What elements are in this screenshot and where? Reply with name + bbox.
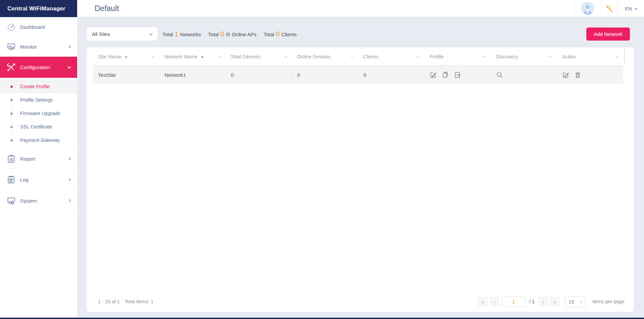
sidebar-item-report[interactable]: Report [0,149,77,169]
stat-prefix: Total [162,32,173,37]
prev-page-button[interactable]: ‹ [490,297,499,306]
networks-table: Site Name Network Name Total Devices [93,47,623,84]
pagination-summary: 1 - 15 of 1 Total Items: 1 [98,299,154,304]
column-label: Total Devices [230,54,260,59]
table-footer: 1 - 15 of 1 Total Items: 1 « ‹ / 1 › » 1… [98,296,625,308]
column-header-clients[interactable]: Clients [358,48,425,65]
user-avatar-button[interactable] [575,0,600,17]
sidebar-item-system[interactable]: System [0,191,77,211]
column-label: Online Devices [297,54,331,59]
sidebar-item-dashboard[interactable]: Dashboard [0,17,77,37]
stat-suffix: Clients [281,32,297,37]
column-menu-icon[interactable] [351,55,353,57]
report-clipboard-icon [7,154,16,163]
cell-site-name: TestSite [93,66,159,84]
column-menu-icon[interactable] [549,55,552,57]
chevron-right-icon [68,158,70,160]
chevron-right-icon [68,178,70,181]
pagination-controls: « ‹ / 1 › » 15 items per page [478,296,625,307]
sidebar-item-log[interactable]: Log [0,169,77,191]
column-label: Clients [363,54,379,59]
language-selector[interactable]: EN [618,0,644,17]
chevron-right-icon [68,46,70,48]
column-header-network-name[interactable]: Network Name [159,48,226,65]
submenu-item-ssl-certificate[interactable]: SSL Certificate [0,120,77,134]
monitor-screen-icon [7,42,16,51]
topbar: Default [77,0,644,17]
submenu-item-create-profile[interactable]: Create Profile [0,80,77,93]
bottom-edge-strip [0,318,644,319]
page-size-select[interactable]: 15 [565,296,586,307]
magic-wand-icon [605,4,613,13]
search-icon[interactable] [496,71,503,78]
sidebar-item-label: Configuration [20,64,50,70]
sidebar-item-label: Report [20,156,35,162]
stat-value: 0 [220,30,224,38]
main-content: All Sites Total 1 Networks Total 0 /0 On… [77,17,644,318]
page-number-input[interactable] [502,297,525,307]
bullet-icon [10,99,13,101]
networks-table-card: Site Name Network Name Total Devices [87,47,634,312]
column-menu-icon[interactable] [284,55,287,57]
column-label: Profile [429,54,444,59]
submenu-item-payment-gateway[interactable]: Payment Gateway [0,134,77,147]
column-label: Discovery [496,54,518,59]
submenu-item-firmware-upgrade[interactable]: Firmware Upgrade [0,107,77,120]
column-header-discovery[interactable]: Discovery [491,48,557,65]
column-menu-icon[interactable] [483,55,486,57]
add-network-button[interactable]: Add Network [586,28,630,41]
stat-networks: Total 1 Networks [162,30,201,38]
submenu-item-label: Firmware Upgrade [20,111,60,116]
submenu-item-label: Create Profile [20,84,50,89]
system-gear-icon [7,196,16,205]
log-clipboard-icon [7,175,16,184]
submenu-item-label: SSL Certificate [20,124,52,129]
per-page-label: items per page [592,299,625,304]
sidebar-item-label: Log [20,177,29,182]
app-window: Central WiFiManager Dashboard [0,0,644,318]
last-page-button[interactable]: » [550,297,559,306]
site-filter-select[interactable]: All Sites [87,27,158,41]
stat-clients: Total 0 Clients [264,30,297,38]
chevron-right-icon [68,200,70,202]
column-menu-icon[interactable] [218,55,220,57]
stat-suffix: Online APs [232,32,257,37]
sidebar-item-label: Monitor [20,44,37,50]
chevron-down-icon [580,300,582,302]
summary-stats: Total 1 Networks Total 0 /0 Online APs T… [162,30,304,38]
table-header-row: Site Name Network Name Total Devices [93,48,623,66]
edit-icon[interactable] [562,71,569,78]
chevron-down-icon [68,67,70,68]
submenu-item-profile-settings[interactable]: Profile Settings [0,93,77,107]
avatar-icon [581,2,594,15]
first-page-button[interactable]: « [478,297,487,306]
sidebar-item-monitor[interactable]: Monitor [0,37,77,57]
cell-discovery-actions [491,66,557,84]
page-total-label: / 1 [529,299,535,304]
bullet-icon [10,112,13,115]
dashboard-gauge-icon [7,22,16,32]
column-header-site-name[interactable]: Site Name [93,48,159,65]
edit-icon[interactable] [430,71,437,78]
column-header-total-devices[interactable]: Total Devices [225,48,292,65]
sidebar-item-configuration[interactable]: Configuration [0,57,77,78]
column-header-online-devices[interactable]: Online Devices [292,48,358,65]
next-page-button[interactable]: › [539,297,548,306]
column-menu-icon[interactable] [616,55,618,57]
stat-prefix: Total [264,32,274,37]
stat-extra: /0 [226,32,230,37]
column-menu-icon[interactable] [152,55,154,57]
setup-wizard-button[interactable] [600,0,618,17]
sidebar-item-label: Dashboard [20,24,45,30]
submenu-item-label: Payment Gateway [20,138,60,143]
export-icon[interactable] [454,71,461,78]
copy-icon[interactable] [442,71,449,78]
column-header-action[interactable]: Action [557,48,623,65]
sidebar: Central WiFiManager Dashboard [0,0,77,318]
column-header-profile[interactable]: Profile [424,48,491,65]
language-value: EN [625,6,632,11]
table-scrollbar[interactable] [624,49,625,65]
delete-icon[interactable] [574,71,581,78]
column-menu-icon[interactable] [417,55,419,57]
column-label: Action [562,54,576,59]
